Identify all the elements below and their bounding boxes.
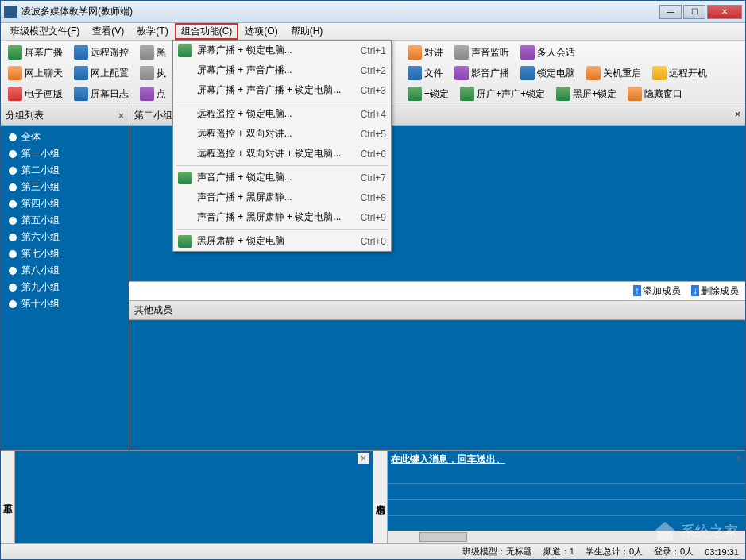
menu-item-2[interactable]: 教学(T) xyxy=(130,23,174,40)
toolbar-button[interactable]: 锁定电脑 xyxy=(516,64,580,83)
group-list-item[interactable]: 第四小组 xyxy=(1,195,129,212)
toolbar-icon xyxy=(520,45,535,60)
sidebar-title: 分组列表 xyxy=(6,109,44,122)
toolbar-button[interactable]: 黑 xyxy=(135,43,171,62)
toolbar-button[interactable]: 屏幕日志 xyxy=(69,84,133,103)
dropdown-item[interactable]: 声音广播 + 黑屏肃静 + 锁定电脑...Ctrl+9 xyxy=(173,207,391,227)
toolbar-button[interactable]: +锁定 xyxy=(403,84,454,103)
toolbar-label: 声音监听 xyxy=(471,46,509,60)
dropdown-item[interactable]: 屏幕广播 + 声音广播 + 锁定电脑...Ctrl+3 xyxy=(173,80,391,100)
group-label: 第六小组 xyxy=(21,230,60,244)
toolbar-button[interactable]: 远程开机 xyxy=(647,64,712,83)
group-list-item[interactable]: 第八小组 xyxy=(1,262,129,279)
status-model: 班级模型：无标题 xyxy=(462,546,532,558)
group-label: 第四小组 xyxy=(21,197,60,210)
close-button[interactable]: ✕ xyxy=(707,5,742,19)
status-bar: 班级模型：无标题 频道：1 学生总计：0人 登录：0人 03:19:31 xyxy=(1,543,745,559)
menu-separator xyxy=(176,102,388,102)
toolbar-button[interactable]: 文件 xyxy=(403,64,448,83)
menu-item-3[interactable]: 组合功能(C) xyxy=(175,23,239,40)
group-list-item[interactable]: 第九小组 xyxy=(1,279,129,295)
menu-item-4[interactable]: 选项(O) xyxy=(238,23,284,40)
toolbar-button[interactable]: 网上配置 xyxy=(69,64,133,83)
toolbar-button[interactable]: 屏广+声广+锁定 xyxy=(455,84,550,103)
toolbar-label: 影音广播 xyxy=(471,67,509,80)
toolbar-label: 关机重启 xyxy=(603,67,641,80)
maximize-button[interactable]: ☐ xyxy=(683,5,705,19)
toolbar-button[interactable]: 声音监听 xyxy=(450,43,514,62)
group-list-item[interactable]: 第六小组 xyxy=(1,229,129,245)
menubar: 班级模型文件(F)查看(V)教学(T)组合功能(C)选项(O)帮助(H) xyxy=(1,23,745,41)
tab-close-icon[interactable]: × xyxy=(735,109,740,122)
bottom-right-label: 发布消息 xyxy=(373,451,388,543)
member-actions: 添加成员 删除成员 xyxy=(129,281,745,301)
dropdown-icon xyxy=(178,84,192,97)
group-label: 第九小组 xyxy=(21,280,60,294)
bottom-panels: × 不可显示 × 发布消息 在此键入消息，回车送出。 xyxy=(1,450,745,543)
toolbar-icon xyxy=(454,45,469,60)
toolbar-button[interactable]: 隐藏窗口 xyxy=(623,84,687,103)
toolbar-button[interactable]: 远程遥控 xyxy=(69,43,133,62)
toolbar-button[interactable]: 对讲 xyxy=(403,43,448,62)
dropdown-item[interactable]: 远程遥控 + 双向对讲 + 锁定电脑...Ctrl+6 xyxy=(173,144,391,164)
toolbar-label: 屏广+声广+锁定 xyxy=(477,87,545,101)
dropdown-icon xyxy=(178,128,192,141)
group-list-item[interactable]: 第七小组 xyxy=(1,245,129,262)
dropdown-item[interactable]: 远程遥控 + 双向对讲...Ctrl+5 xyxy=(173,124,391,144)
toolbar-label: 网上配置 xyxy=(91,67,129,80)
radio-icon xyxy=(9,150,17,158)
menu-item-1[interactable]: 查看(V) xyxy=(86,23,130,40)
group-list-item[interactable]: 第五小组 xyxy=(1,212,129,229)
toolbar-label: 黑屏+锁定 xyxy=(573,87,617,101)
dropdown-icon xyxy=(178,211,192,224)
other-members-header: 其他成员 xyxy=(129,301,745,320)
toolbar-label: 锁定电脑 xyxy=(537,67,575,80)
toolbar-button[interactable]: 屏幕广播 xyxy=(3,43,68,62)
menu-item-5[interactable]: 帮助(H) xyxy=(284,23,330,40)
dropdown-icon xyxy=(178,44,192,57)
active-tab-label[interactable]: 第二小组 xyxy=(134,109,172,122)
sidebar-close-icon[interactable]: × xyxy=(118,110,124,122)
dropdown-shortcut: Ctrl+6 xyxy=(361,149,386,160)
dropdown-item[interactable]: 声音广播 + 锁定电脑...Ctrl+7 xyxy=(173,168,391,187)
toolbar-button[interactable]: 网上聊天 xyxy=(3,64,68,83)
group-list-item[interactable]: 全体 xyxy=(1,129,129,145)
toolbar-button[interactable]: 电子画版 xyxy=(3,84,68,103)
menu-separator xyxy=(176,165,388,166)
toolbar-button[interactable]: 点 xyxy=(135,84,171,103)
message-row xyxy=(388,500,745,516)
dropdown-label: 远程遥控 + 双向对讲 + 锁定电脑... xyxy=(197,147,353,160)
add-member-button[interactable]: 添加成员 xyxy=(633,285,681,296)
dropdown-item[interactable]: 远程遥控 + 锁定电脑...Ctrl+4 xyxy=(173,104,391,124)
radio-icon xyxy=(9,167,17,175)
group-list-item[interactable]: 第三小组 xyxy=(1,179,129,195)
scrollbar-thumb[interactable] xyxy=(419,532,467,542)
toolbar-icon xyxy=(556,87,570,101)
toolbar-label: +锁定 xyxy=(424,87,449,101)
group-list-item[interactable]: 第一小组 xyxy=(1,145,129,162)
menu-item-0[interactable]: 班级模型文件(F) xyxy=(4,23,86,40)
dropdown-label: 屏幕广播 + 锁定电脑... xyxy=(197,44,353,57)
minimize-button[interactable]: — xyxy=(659,5,682,19)
toolbar-button[interactable]: 关机重启 xyxy=(582,64,646,83)
group-list-item[interactable]: 第十小组 xyxy=(1,295,129,312)
delete-member-button[interactable]: 删除成员 xyxy=(691,285,739,296)
dropdown-item[interactable]: 屏幕广播 + 声音广播...Ctrl+2 xyxy=(173,60,391,80)
toolbar-button[interactable]: 多人会话 xyxy=(516,43,580,62)
bottom-left-close-icon[interactable]: × xyxy=(358,453,369,464)
app-window: 凌波多媒体教学网(教师端) — ☐ ✕ 班级模型文件(F)查看(V)教学(T)组… xyxy=(0,0,746,560)
dropdown-item[interactable]: 屏幕广播 + 锁定电脑...Ctrl+1 xyxy=(173,41,391,60)
sidebar-header: 分组列表 × xyxy=(1,106,129,126)
group-list-item[interactable]: 第二小组 xyxy=(1,162,129,179)
dropdown-label: 远程遥控 + 双向对讲... xyxy=(197,127,353,141)
dropdown-icon xyxy=(178,235,192,248)
dropdown-item[interactable]: 黑屏肃静 + 锁定电脑Ctrl+0 xyxy=(173,231,391,251)
toolbar-button[interactable]: 执 xyxy=(135,64,171,83)
toolbar-button[interactable]: 影音广播 xyxy=(450,64,514,83)
bottom-right-close-icon[interactable]: × xyxy=(736,453,742,464)
group-label: 第二小组 xyxy=(21,164,60,177)
message-input-prompt[interactable]: 在此键入消息，回车送出。 xyxy=(388,451,745,468)
dropdown-item[interactable]: 声音广播 + 黑屏肃静...Ctrl+8 xyxy=(173,187,391,207)
bottom-left: × 不可显示 xyxy=(1,451,373,543)
toolbar-button[interactable]: 黑屏+锁定 xyxy=(551,84,621,103)
